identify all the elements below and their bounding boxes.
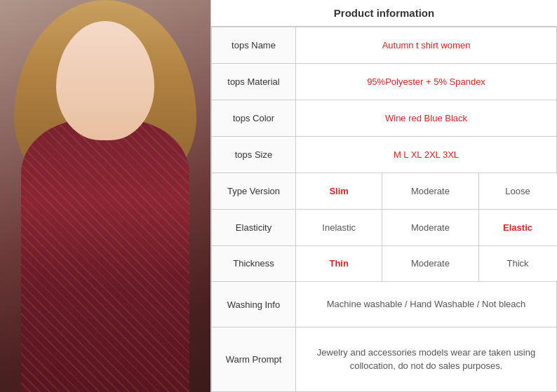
product-info-table: tops Name Autumn t shirt women tops Mate…: [211, 27, 557, 392]
table-row: tops Size M L XL 2XL 3XL: [212, 136, 557, 173]
row-value-material: 95%Polyester + 5% Spandex: [296, 63, 557, 100]
row-col1-version: Slim: [296, 173, 382, 209]
row-col3-thickness: Thick: [478, 245, 556, 282]
row-col3-version: Loose: [478, 173, 556, 209]
row-col1-thickness: Thin: [296, 245, 382, 282]
table-row: tops Name Autumn t shirt women: [212, 27, 557, 64]
row-col1-elasticity: Inelastic: [296, 209, 382, 245]
row-value-warm: Jewelry and accessories models wear are …: [296, 327, 557, 391]
table-row: Thickness Thin Moderate Thick: [212, 245, 557, 282]
row-value-color: Wine red Blue Black: [296, 100, 557, 136]
table-row: Warm Prompt Jewelry and accessories mode…: [212, 327, 557, 391]
row-label-warm: Warm Prompt: [212, 327, 296, 391]
row-col2-elasticity: Moderate: [382, 209, 478, 245]
row-value-washing: Machine washable / Hand Washable / Not b…: [296, 282, 557, 327]
table-row: Washing Info Machine washable / Hand Was…: [212, 282, 557, 327]
row-label-size: tops Size: [212, 136, 296, 173]
row-col2-version: Moderate: [382, 173, 478, 209]
row-col3-elasticity: Elastic: [478, 209, 556, 245]
product-image-panel: [0, 0, 210, 392]
row-label-elasticity: Elasticity: [212, 209, 296, 245]
model-body: [21, 119, 189, 392]
row-value-size: M L XL 2XL 3XL: [296, 136, 557, 173]
product-title: Product information: [211, 0, 557, 27]
row-label-thickness: Thickness: [212, 245, 296, 282]
table-row: tops Color Wine red Blue Black: [212, 100, 557, 136]
row-label-name: tops Name: [212, 27, 296, 64]
row-label-version: Type Version: [212, 173, 296, 209]
info-panel: Product information tops Name Autumn t s…: [210, 0, 557, 392]
row-value-name: Autumn t shirt women: [296, 27, 557, 64]
table-row: Type Version Slim Moderate Loose: [212, 173, 557, 209]
model-image: [0, 0, 210, 392]
row-label-color: tops Color: [212, 100, 296, 136]
row-label-washing: Washing Info: [212, 282, 296, 327]
row-col2-thickness: Moderate: [382, 245, 478, 282]
table-row: Elasticity Inelastic Moderate Elastic: [212, 209, 557, 245]
row-label-material: tops Material: [212, 63, 296, 100]
table-row: tops Material 95%Polyester + 5% Spandex: [212, 63, 557, 100]
